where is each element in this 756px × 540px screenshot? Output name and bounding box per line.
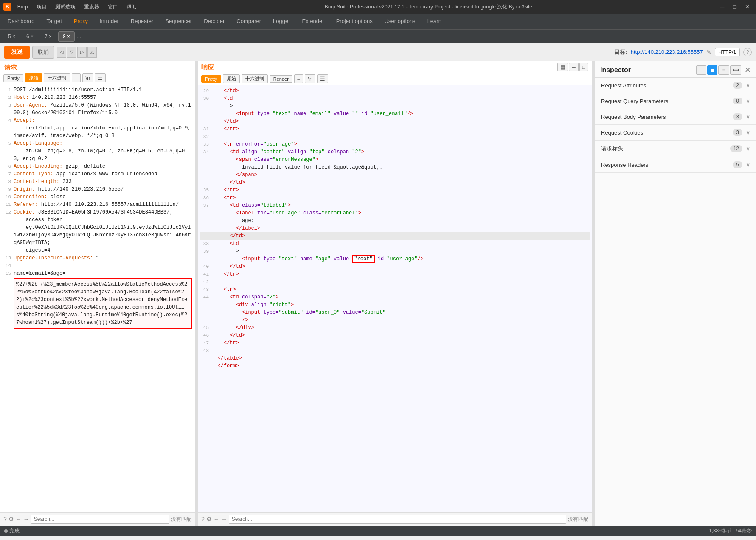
sub-tab-5[interactable]: 5 × <box>3 31 20 42</box>
more-tabs[interactable]: ... <box>76 33 81 39</box>
req-raw-btn[interactable]: 原始 <box>25 73 42 82</box>
titlebar: B Burp 项目 测试选项 重发器 窗口 帮助 Burp Suite Prof… <box>0 0 756 14</box>
resp-line-36: 36 <tr> <box>200 194 590 202</box>
sub-tab-7[interactable]: 7 × <box>40 31 56 42</box>
next-arrow[interactable]: ▷ <box>77 47 87 58</box>
code-line-4: 4 Accept: text/html,application/xhtml+xm… <box>2 117 193 140</box>
menu-project[interactable]: 项目 <box>34 3 49 11</box>
status-left: 完成 <box>4 527 20 534</box>
req-menu-icon[interactable]: ☰ <box>95 73 106 82</box>
menu-window[interactable]: 窗口 <box>105 3 121 11</box>
app-title: Burp Suite Professional v2021.12.1 - Tem… <box>325 3 532 11</box>
inspector-close-button[interactable]: ✕ <box>745 65 751 75</box>
resp-pretty-btn[interactable]: Pretty <box>201 75 221 83</box>
req-pretty-btn[interactable]: Pretty <box>3 74 23 82</box>
code-line-8: 8 Content-Length: 333 <box>2 178 193 186</box>
request-query-params-count: 0 <box>733 98 742 104</box>
req-filter-icon[interactable]: ≡ <box>72 73 81 82</box>
edit-icon[interactable]: ✎ <box>706 49 711 56</box>
nav-project-options[interactable]: Project options <box>330 14 379 28</box>
forward-icon[interactable]: → <box>23 516 29 523</box>
resp-raw-btn[interactable]: 原始 <box>223 74 240 83</box>
nav-comparer[interactable]: Comparer <box>230 14 267 28</box>
inspector-request-body-params[interactable]: Request Body Parameters 3 ∨ <box>595 109 756 125</box>
resp-line-32: 32 <box>200 133 590 141</box>
resp-line-43: 43 <tr> <box>200 286 590 293</box>
inspector-request-headers[interactable]: 请求标头 12 ∨ <box>595 141 756 157</box>
nav-user-options[interactable]: User options <box>379 14 422 28</box>
next-arrow-2[interactable]: △ <box>87 47 97 58</box>
http-version-badge[interactable]: HTTP/1 <box>715 48 740 56</box>
nav-proxy[interactable]: Proxy <box>68 14 94 28</box>
request-query-params-arrow: ∨ <box>746 98 750 104</box>
nav-extender[interactable]: Extender <box>296 14 330 28</box>
resp-hex-btn[interactable]: 十六进制 <box>242 74 268 83</box>
request-attributes-count: 2 <box>733 82 742 89</box>
back-icon[interactable]: ← <box>16 516 22 523</box>
menu-help[interactable]: 帮助 <box>124 3 139 11</box>
resp-newline-icon[interactable]: \n <box>305 74 315 83</box>
resp-layout-btn-1[interactable]: ▦ <box>557 63 568 71</box>
request-headers-label: 请求标头 <box>601 145 730 152</box>
response-toolbar: Pretty 原始 十六进制 Render ≡ \n ☰ <box>198 73 592 85</box>
nav-decoder[interactable]: Decoder <box>198 14 230 28</box>
highlighted-value: "root" <box>352 255 374 263</box>
minimize-button[interactable]: ─ <box>718 3 727 11</box>
nav-sequencer[interactable]: Sequencer <box>159 14 198 28</box>
help-icon[interactable]: ? <box>743 48 752 56</box>
nav-dashboard[interactable]: Dashboard <box>2 14 41 28</box>
question-icon[interactable]: ? <box>3 516 7 523</box>
nav-intruder[interactable]: Intruder <box>94 14 125 28</box>
inspector-response-headers[interactable]: Response Headers 5 ∨ <box>595 157 756 173</box>
nav-logger[interactable]: Logger <box>267 14 296 28</box>
resp-line-41: 41 </tr> <box>200 270 590 278</box>
req-hex-btn[interactable]: 十六进制 <box>44 73 70 82</box>
request-search-input[interactable] <box>31 515 169 524</box>
inspector-request-query-params[interactable]: Request Query Parameters 0 ∨ <box>595 93 756 109</box>
inspector-request-cookies[interactable]: Request Cookies 3 ∨ <box>595 125 756 141</box>
nav-repeater[interactable]: Repeater <box>125 14 159 28</box>
resp-menu-icon[interactable]: ☰ <box>317 74 328 83</box>
resp-line-30b: > <box>200 102 590 110</box>
close-button[interactable]: ✕ <box>742 3 753 11</box>
menu-burp[interactable]: Burp <box>15 3 31 11</box>
nav-learn[interactable]: Learn <box>422 14 447 28</box>
resp-line-39b: <input type="text" name="age" value="roo… <box>200 255 590 263</box>
menu-repeater[interactable]: 重发器 <box>82 3 102 11</box>
prev-arrow[interactable]: ◁ <box>57 47 66 58</box>
inspector-view-btn-2[interactable]: ■ <box>707 65 717 75</box>
sub-tab-8[interactable]: 8 × <box>58 31 75 42</box>
sub-tabs-row: 5 × 6 × 7 × 8 × ... <box>0 30 756 43</box>
cancel-button[interactable]: 取消 <box>32 46 54 59</box>
resp-forward-icon[interactable]: → <box>221 516 227 523</box>
code-line-5: 5 Accept-Language: zh-CN, zh;q=0.8, zh-T… <box>2 140 193 163</box>
req-newline-icon[interactable]: \n <box>82 73 93 82</box>
inspector-split-icon[interactable]: ⟺ <box>730 65 741 75</box>
response-header: 响应 <box>201 63 214 71</box>
inspector-align-icon[interactable]: ≡ <box>718 65 729 75</box>
status-dot <box>4 529 8 533</box>
maximize-button[interactable]: □ <box>731 3 739 11</box>
response-search-input[interactable] <box>229 515 566 524</box>
nav-target[interactable]: Target <box>41 14 68 28</box>
resp-layout-btn-2[interactable]: ─ <box>569 63 579 71</box>
settings-icon[interactable]: ⚙ <box>8 516 14 523</box>
inspector-view-btn-1[interactable]: □ <box>696 65 706 75</box>
response-headers-count: 5 <box>733 161 742 168</box>
resp-filter-icon[interactable]: ≡ <box>294 74 304 83</box>
resp-back-icon[interactable]: ← <box>214 516 219 523</box>
resp-line-33: 33 <tr errorFor="user_age"> <box>200 141 590 148</box>
resp-settings-icon[interactable]: ⚙ <box>206 516 212 523</box>
code-line-12: 12 Cookie: JSESSIONID=EA05F3F19769A547SF… <box>2 208 193 254</box>
menu-test[interactable]: 测试选项 <box>53 3 78 11</box>
resp-layout-btn-3[interactable]: □ <box>579 63 588 71</box>
resp-line-38: 38 <td <box>200 240 590 248</box>
send-button[interactable]: 发送 <box>4 46 30 59</box>
resp-render-btn[interactable]: Render <box>270 75 292 83</box>
request-query-params-label: Request Query Parameters <box>601 98 733 104</box>
inspector-request-attributes[interactable]: Request Attributes 2 ∨ <box>595 78 756 93</box>
code-line-9: 9 Origin: http://140.210.223.216:55557 <box>2 186 193 193</box>
sub-tab-6[interactable]: 6 × <box>22 31 38 42</box>
resp-question-icon[interactable]: ? <box>201 516 205 523</box>
prev-arrow-2[interactable]: ▽ <box>67 47 76 58</box>
